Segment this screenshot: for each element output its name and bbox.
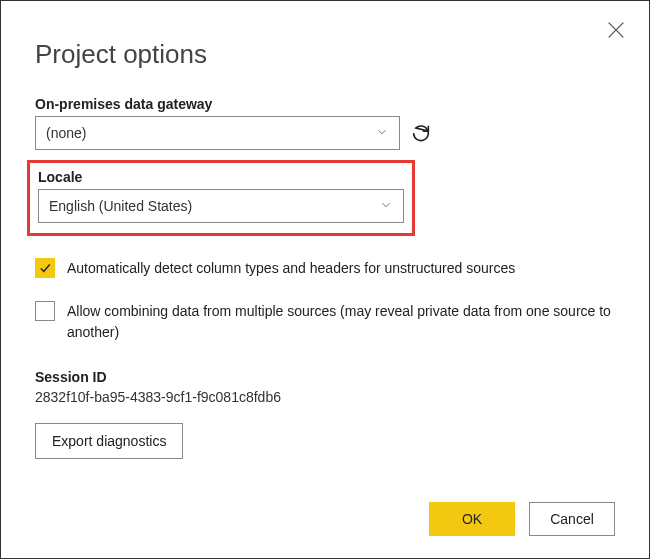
ok-button[interactable]: OK	[429, 502, 515, 536]
dialog-footer: OK Cancel	[429, 502, 615, 536]
project-options-dialog: Project options On-premises data gateway…	[1, 1, 649, 558]
chevron-down-icon	[379, 198, 393, 215]
allow-combine-label: Allow combining data from multiple sourc…	[67, 301, 615, 343]
refresh-button[interactable]	[410, 122, 432, 144]
auto-detect-label: Automatically detect column types and he…	[67, 258, 515, 279]
locale-highlight: Locale English (United States)	[27, 160, 415, 236]
locale-value: English (United States)	[49, 198, 192, 214]
export-diagnostics-button[interactable]: Export diagnostics	[35, 423, 183, 459]
allow-combine-checkbox[interactable]	[35, 301, 55, 321]
gateway-dropdown[interactable]: (none)	[35, 116, 400, 150]
locale-dropdown[interactable]: English (United States)	[38, 189, 404, 223]
dialog-title: Project options	[35, 39, 615, 70]
session-id-value: 2832f10f-ba95-4383-9cf1-f9c081c8fdb6	[35, 389, 615, 405]
chevron-down-icon	[375, 125, 389, 142]
locale-label: Locale	[38, 169, 404, 185]
close-button[interactable]	[605, 19, 627, 41]
cancel-button[interactable]: Cancel	[529, 502, 615, 536]
close-icon	[605, 19, 627, 41]
session-id-label: Session ID	[35, 369, 615, 385]
gateway-label: On-premises data gateway	[35, 96, 615, 112]
auto-detect-checkbox[interactable]	[35, 258, 55, 278]
gateway-value: (none)	[46, 125, 86, 141]
